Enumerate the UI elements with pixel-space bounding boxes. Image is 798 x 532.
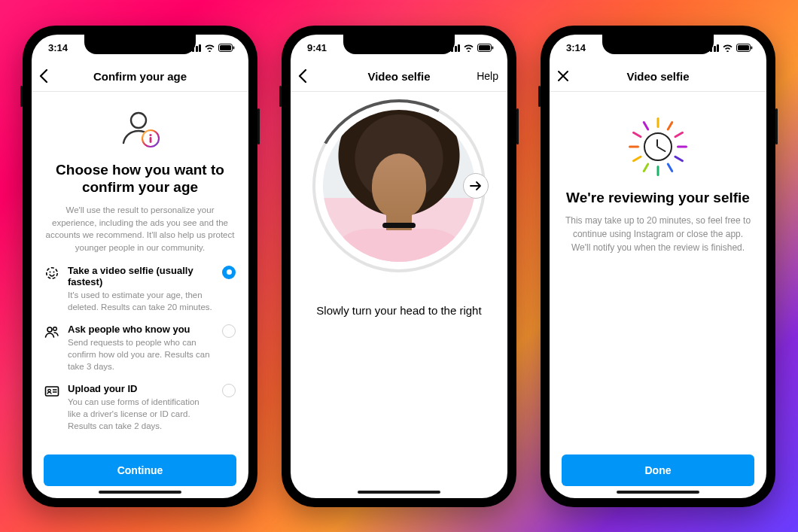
battery-icon bbox=[218, 44, 235, 52]
screen: 9:41 Video selfie Help bbox=[291, 35, 507, 498]
close-icon bbox=[557, 70, 569, 82]
option-title: Upload your ID bbox=[68, 383, 214, 394]
content: Slowly turn your head to the right bbox=[291, 92, 507, 498]
chevron-left-icon bbox=[298, 69, 307, 83]
screen: 3:14 Confirm your age bbox=[32, 35, 248, 498]
svg-point-9 bbox=[53, 271, 55, 272]
svg-point-13 bbox=[48, 389, 50, 391]
page-heading: We're reviewing your selfie bbox=[562, 190, 754, 206]
back-button[interactable] bbox=[298, 69, 307, 83]
radio-selected-icon bbox=[222, 266, 236, 279]
svg-rect-20 bbox=[738, 45, 749, 50]
option-ask-people[interactable]: Ask people who know you Send requests to… bbox=[44, 324, 236, 372]
svg-point-5 bbox=[149, 133, 151, 135]
screen: 3:14 Video selfie We're bbox=[550, 35, 766, 498]
battery-icon bbox=[736, 44, 753, 52]
close-button[interactable] bbox=[557, 70, 569, 82]
svg-point-8 bbox=[50, 271, 51, 272]
nav-title: Confirm your age bbox=[93, 70, 187, 83]
svg-point-10 bbox=[47, 327, 52, 332]
nav-bar: Confirm your age bbox=[32, 62, 248, 92]
svg-rect-12 bbox=[46, 387, 59, 396]
svg-point-7 bbox=[47, 267, 57, 278]
option-title: Take a video selfie (usually fastest) bbox=[68, 265, 214, 287]
instruction-text: Slowly turn your head to the right bbox=[316, 304, 481, 317]
svg-rect-1 bbox=[220, 45, 231, 50]
home-indicator[interactable] bbox=[358, 491, 440, 494]
status-time: 3:14 bbox=[566, 42, 586, 53]
wifi-icon bbox=[204, 44, 215, 52]
wifi-icon bbox=[463, 44, 474, 52]
battery-icon bbox=[477, 44, 494, 52]
option-desc: You can use forms of identification like… bbox=[68, 396, 214, 432]
clock-icon bbox=[644, 132, 672, 161]
reviewing-icon bbox=[562, 117, 754, 176]
wifi-icon bbox=[722, 44, 733, 52]
continue-button[interactable]: Continue bbox=[44, 454, 236, 486]
selfie-preview bbox=[323, 110, 475, 262]
people-icon bbox=[44, 324, 60, 372]
nav-title: Video selfie bbox=[626, 70, 689, 83]
chevron-left-icon bbox=[39, 69, 48, 83]
content: Choose how you want to confirm your age … bbox=[32, 92, 248, 447]
svg-rect-2 bbox=[233, 47, 235, 50]
status-indicators bbox=[448, 44, 495, 52]
radio-unselected-icon bbox=[222, 384, 236, 397]
option-desc: Send requests to people who can confirm … bbox=[68, 336, 214, 372]
page-description: This may take up to 20 minutes, so feel … bbox=[565, 214, 751, 254]
profile-info-icon bbox=[44, 105, 236, 154]
page-heading: Choose how you want to confirm your age bbox=[48, 161, 232, 197]
option-title: Ask people who know you bbox=[68, 324, 214, 335]
options-list: Take a video selfie (usually fastest) It… bbox=[44, 265, 236, 433]
status-indicators bbox=[707, 44, 754, 52]
status-time: 3:14 bbox=[48, 42, 68, 53]
page-description: We'll use the result to personalize your… bbox=[45, 204, 235, 254]
back-button[interactable] bbox=[39, 69, 48, 83]
nav-bar: Video selfie Help bbox=[291, 62, 507, 92]
home-indicator[interactable] bbox=[617, 491, 699, 494]
id-card-icon bbox=[44, 383, 60, 432]
svg-point-3 bbox=[131, 113, 146, 128]
svg-rect-18 bbox=[492, 47, 494, 50]
phone-frame: 3:14 Video selfie We're bbox=[541, 26, 775, 507]
svg-rect-6 bbox=[150, 137, 152, 143]
radio-unselected-icon bbox=[222, 324, 236, 338]
notch bbox=[84, 35, 196, 54]
nav-title: Video selfie bbox=[367, 70, 430, 83]
help-link[interactable]: Help bbox=[477, 70, 498, 82]
option-desc: It's used to estimate your age, then del… bbox=[68, 289, 214, 313]
progress-ring bbox=[312, 99, 486, 272]
notch bbox=[343, 35, 455, 54]
phone-frame: 9:41 Video selfie Help bbox=[282, 26, 516, 507]
option-upload-id[interactable]: Upload your ID You can use forms of iden… bbox=[44, 383, 236, 432]
svg-rect-21 bbox=[751, 47, 753, 50]
option-video-selfie[interactable]: Take a video selfie (usually fastest) It… bbox=[44, 265, 236, 313]
notch bbox=[602, 35, 714, 54]
svg-rect-17 bbox=[479, 45, 490, 50]
arrow-right-icon bbox=[470, 181, 482, 191]
phone-frame: 3:14 Confirm your age bbox=[23, 26, 257, 507]
turn-right-indicator bbox=[463, 173, 489, 199]
content: We're reviewing your selfie This may tak… bbox=[550, 92, 766, 447]
smile-scan-icon bbox=[44, 265, 60, 313]
svg-point-11 bbox=[53, 327, 57, 331]
home-indicator[interactable] bbox=[99, 491, 181, 494]
done-button[interactable]: Done bbox=[562, 454, 754, 486]
nav-bar: Video selfie bbox=[550, 62, 766, 92]
status-time: 9:41 bbox=[307, 42, 327, 53]
status-indicators bbox=[189, 44, 236, 52]
